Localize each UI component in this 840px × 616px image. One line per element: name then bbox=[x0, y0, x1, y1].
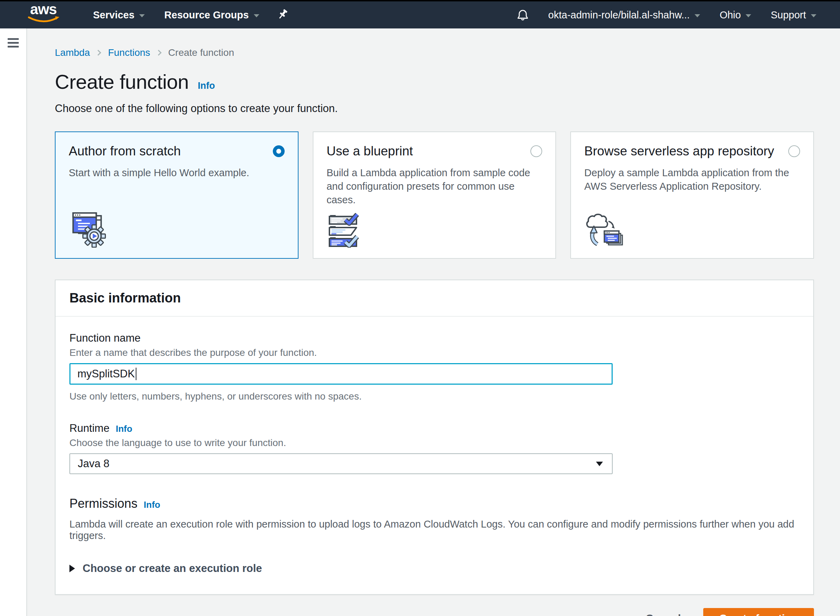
permissions-label: Permissions bbox=[69, 496, 137, 511]
card-use-blueprint[interactable]: Use a blueprint Build a Lambda applicati… bbox=[313, 132, 556, 259]
page-title: Create function bbox=[55, 70, 189, 93]
breadcrumb-current: Create function bbox=[168, 47, 234, 58]
aws-logo[interactable]: aws bbox=[24, 3, 62, 27]
chevron-down-icon bbox=[139, 14, 145, 18]
collapsed-sidebar bbox=[0, 28, 27, 616]
create-function-button[interactable]: Create function bbox=[703, 608, 814, 616]
card-description: Start with a simple Hello World example. bbox=[69, 166, 285, 180]
runtime-info-link[interactable]: Info bbox=[116, 424, 132, 434]
select-caret-icon bbox=[596, 462, 603, 466]
checklist-icon bbox=[327, 213, 363, 248]
card-description: Build a Lambda application from sample c… bbox=[327, 166, 543, 207]
card-title: Browse serverless app repository bbox=[584, 144, 774, 158]
page-subtitle: Choose one of the following options to c… bbox=[55, 102, 814, 115]
nav-support-menu[interactable]: Support bbox=[761, 9, 826, 21]
chevron-down-icon bbox=[811, 14, 816, 18]
top-navigation: aws Services Resource Groups bbox=[0, 1, 840, 28]
function-name-description: Enter a name that describes the purpose … bbox=[69, 347, 799, 358]
runtime-label: Runtime bbox=[69, 422, 109, 435]
radio-author-from-scratch[interactable] bbox=[273, 145, 285, 157]
cloud-deploy-icon bbox=[584, 213, 624, 248]
aws-console-page: aws Services Resource Groups bbox=[0, 0, 840, 616]
aws-smile-icon bbox=[27, 16, 60, 24]
runtime-selected-value: Java 8 bbox=[78, 458, 109, 470]
panel-title: Basic information bbox=[69, 290, 799, 305]
function-name-constraint: Use only letters, numbers, hyphens, or u… bbox=[69, 391, 799, 402]
code-window-gear-icon bbox=[69, 211, 107, 248]
runtime-select[interactable]: Java 8 bbox=[69, 453, 613, 474]
chevron-right-icon bbox=[156, 50, 162, 56]
chevron-down-icon bbox=[746, 14, 751, 18]
chevron-down-icon bbox=[254, 14, 259, 18]
permissions-info-link[interactable]: Info bbox=[144, 499, 160, 510]
footer-actions: Cancel Create function bbox=[55, 608, 814, 616]
basic-information-panel: Basic information Function name Enter a … bbox=[55, 280, 814, 595]
permissions-description: Lambda will create an execution role wit… bbox=[69, 519, 799, 541]
function-name-label: Function name bbox=[69, 332, 799, 345]
main-content: Lambda Functions Create function Create … bbox=[27, 28, 840, 616]
chevron-down-icon bbox=[694, 14, 700, 18]
execution-role-expander[interactable]: Choose or create an execution role bbox=[69, 562, 799, 575]
execution-role-expander-label: Choose or create an execution role bbox=[82, 562, 262, 575]
text-cursor bbox=[136, 368, 137, 380]
title-info-link[interactable]: Info bbox=[198, 81, 215, 91]
card-title: Author from scratch bbox=[69, 144, 181, 158]
nav-resource-groups[interactable]: Resource Groups bbox=[154, 9, 269, 21]
radio-use-blueprint[interactable] bbox=[530, 145, 542, 157]
nav-region-selector[interactable]: Ohio bbox=[710, 9, 761, 21]
radio-browse-repository[interactable] bbox=[788, 145, 800, 157]
card-browse-repository[interactable]: Browse serverless app repository Deploy … bbox=[570, 132, 814, 259]
function-name-value: mySplitSDK bbox=[77, 368, 135, 380]
card-author-from-scratch[interactable]: Author from scratch Start with a simple … bbox=[55, 132, 299, 259]
breadcrumb-functions[interactable]: Functions bbox=[108, 47, 150, 58]
nav-services[interactable]: Services bbox=[83, 9, 154, 21]
pin-icon bbox=[278, 9, 288, 21]
cancel-button[interactable]: Cancel bbox=[646, 613, 681, 616]
card-title: Use a blueprint bbox=[327, 144, 413, 158]
creation-options: Author from scratch Start with a simple … bbox=[55, 132, 814, 259]
expander-caret-icon bbox=[69, 565, 75, 572]
pin-button[interactable] bbox=[269, 9, 297, 21]
chevron-right-icon bbox=[96, 50, 102, 56]
breadcrumb-lambda[interactable]: Lambda bbox=[55, 47, 90, 58]
breadcrumb: Lambda Functions Create function bbox=[55, 47, 814, 58]
card-description: Deploy a sample Lambda application from … bbox=[584, 166, 800, 193]
nav-account-menu[interactable]: okta-admin-role/bilal.al-shahw... bbox=[538, 9, 710, 21]
hamburger-menu-icon[interactable] bbox=[7, 38, 19, 47]
runtime-description: Choose the language to use to write your… bbox=[69, 437, 799, 449]
function-name-input[interactable]: mySplitSDK bbox=[69, 363, 613, 385]
notifications-button[interactable] bbox=[507, 8, 538, 22]
aws-logo-text: aws bbox=[24, 3, 62, 15]
bell-icon bbox=[516, 8, 530, 22]
